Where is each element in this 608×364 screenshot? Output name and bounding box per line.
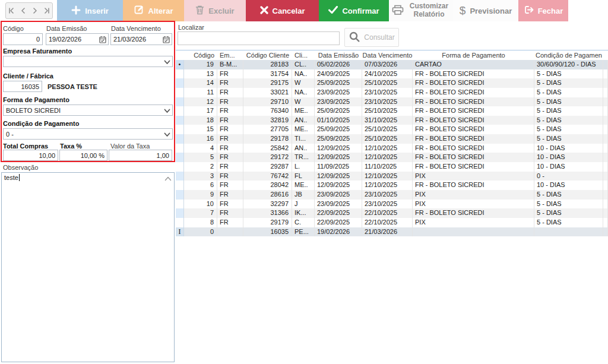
table-row[interactable]: 10FR32297J23/09/202523/10/2025PIX5 - DIA… xyxy=(176,200,608,209)
scroll-up-icon[interactable] xyxy=(164,175,172,182)
column-header-data-vencimento[interactable]: Data Vencimento xyxy=(362,52,413,59)
cliente-codigo-field[interactable]: 16035 xyxy=(3,81,42,92)
table-cell: 28183 xyxy=(243,60,292,69)
confirmar-button[interactable]: Confirmar xyxy=(319,0,389,21)
column-header-em[interactable]: Em... xyxy=(217,52,243,59)
calendar-icon[interactable] xyxy=(99,36,106,45)
alterar-button[interactable]: Alterar xyxy=(123,0,184,21)
table-cell: 12/10/2025 xyxy=(362,144,413,153)
table-cell: FR xyxy=(217,190,243,200)
codigo-field[interactable]: 0 xyxy=(3,33,43,45)
table-row[interactable]: 13FR31754NA..24/09/202524/10/2025FR - BO… xyxy=(176,69,608,79)
table-cell: FR - BOLETO SICREDI xyxy=(413,125,534,134)
forma-pagamento-select[interactable]: BOLETO SICREDI xyxy=(3,105,173,116)
taxa-field[interactable]: 10,00 % xyxy=(59,150,107,161)
table-cell: 22/09/2025 xyxy=(315,208,362,218)
table-row[interactable]: 3FR76742FL12/09/202512/10/2025PIX0 - xyxy=(176,172,608,181)
forma-pagamento-value: BOLETO SICREDI xyxy=(6,107,61,114)
table-cell: 8 xyxy=(184,218,217,227)
excluir-button[interactable]: Excluir xyxy=(184,0,246,21)
table-cell: 05/02/2026 xyxy=(315,60,362,69)
table-row[interactable]: 12FR29710W23/09/202523/10/2025FR - BOLET… xyxy=(176,97,608,107)
fechar-button[interactable]: Fechar xyxy=(518,0,568,21)
table-cell: FR xyxy=(217,134,243,144)
previsionar-label: Previsionar xyxy=(470,7,512,15)
consultar-button[interactable]: Consultar xyxy=(344,28,399,47)
table-cell xyxy=(603,125,608,134)
table-row[interactable]: 7FR31366IK...22/09/202522/10/2025FR - BO… xyxy=(176,208,608,218)
table-cell xyxy=(603,181,608,190)
table-row[interactable]: •19B-M...28183CL..05/02/202607/03/2026CA… xyxy=(176,60,608,69)
table-cell: PE... xyxy=(292,227,315,237)
calendar-icon[interactable] xyxy=(163,36,170,45)
table-row[interactable]: 18FR32819AN..01/10/202531/10/2025FR - BO… xyxy=(176,116,608,125)
row-marker xyxy=(176,106,184,116)
cancelar-label: Cancelar xyxy=(273,7,305,15)
observacao-textarea[interactable]: teste xyxy=(1,172,175,362)
table-cell: 3 xyxy=(184,172,217,181)
exit-icon xyxy=(524,5,534,16)
table-row[interactable]: 15FR27705ME..25/09/202525/10/2025FR - BO… xyxy=(176,125,608,134)
table-cell xyxy=(603,134,608,144)
condicao-pagamento-select[interactable]: 0 - xyxy=(3,128,173,140)
previsionar-button[interactable]: $ Previsionar xyxy=(453,0,518,21)
table-row[interactable]: 4FR25842AN..12/09/202512/10/2025FR - BOL… xyxy=(176,144,608,153)
table-row[interactable]: 16FR29178TI...25/09/202525/10/2025FR - B… xyxy=(176,134,608,144)
table-row[interactable]: 11FR33021NA..23/09/202523/10/2025FR - BO… xyxy=(176,88,608,97)
empresa-faturamento-select[interactable] xyxy=(3,56,173,67)
table-cell: 16035 xyxy=(243,227,292,237)
column-header-c-digo[interactable]: Código xyxy=(184,52,217,59)
next-record-icon[interactable] xyxy=(30,6,40,15)
table-cell: 5 - DIAS xyxy=(534,88,603,97)
table-cell xyxy=(217,227,243,237)
column-header-forma-de-pagamento[interactable]: Forma de Pagamento xyxy=(413,52,534,59)
app-window: Inserir Alterar Excluir Cancelar Confirm… xyxy=(0,0,608,364)
table-cell: TI... xyxy=(292,134,315,144)
table-row[interactable]: 6FR28042ME..12/09/202512/10/2025FR - BOL… xyxy=(176,181,608,190)
column-header-condi-o-de-pagamen[interactable]: Condição de Pagamen xyxy=(534,52,603,59)
table-cell: 25/10/2025 xyxy=(362,106,413,116)
total-compras-value: 10,00 xyxy=(39,152,55,159)
table-row[interactable]: 5FR29172TR...12/09/202512/10/2025FR - BO… xyxy=(176,153,608,162)
column-header-cli[interactable]: Cli... xyxy=(292,52,315,59)
table-row[interactable]: 17FR76340ME..25/09/202525/10/2025FR - BO… xyxy=(176,106,608,116)
table-cell: 17 xyxy=(184,106,217,116)
table-row[interactable]: 14FR29175W25/09/202525/10/2025FR - BOLET… xyxy=(176,78,608,88)
table-cell: 07/03/2026 xyxy=(362,60,413,69)
cliente-nome-field[interactable]: PESSOA TESTE xyxy=(45,81,173,92)
table-row[interactable]: 8FR29179C.22/09/202522/10/2025PIX5 - DIA… xyxy=(176,218,608,227)
table-cell: 0 xyxy=(184,227,217,237)
cancelar-button[interactable]: Cancelar xyxy=(246,0,319,21)
row-marker: • xyxy=(176,60,184,69)
table-cell: ME.. xyxy=(292,181,315,190)
table-cell: FR xyxy=(217,200,243,209)
valor-taxa-field[interactable]: 1,00 xyxy=(109,150,172,161)
chevron-down-icon xyxy=(164,59,170,66)
last-record-icon[interactable] xyxy=(42,6,51,15)
column-header-data-emiss-o[interactable]: Data Emissão xyxy=(315,52,362,59)
data-emissao-field[interactable]: 19/02/2026 xyxy=(46,33,109,45)
table-cell: 10 xyxy=(184,200,217,209)
customizar-relatorio-button[interactable]: Customizar Relatório xyxy=(389,0,453,21)
row-marker xyxy=(176,125,184,134)
table-row[interactable]: 2FR29287L.11/09/202511/10/2025FR - BOLET… xyxy=(176,162,608,172)
column-header-c-digo-cliente[interactable]: Código Cliente xyxy=(243,52,292,59)
table-cell: NA.. xyxy=(292,69,315,79)
table-cell: 10 - DIAS xyxy=(534,144,603,153)
first-record-icon[interactable] xyxy=(7,6,17,15)
table-cell: 27705 xyxy=(243,125,292,134)
data-vencimento-field[interactable]: 21/03/2026 xyxy=(110,33,172,45)
table-cell: FR xyxy=(217,88,243,97)
table-row[interactable]: 9FR28616JB23/09/202523/10/2025PIX5 - DIA… xyxy=(176,190,608,200)
table-cell: PIX xyxy=(413,200,534,209)
localizar-input[interactable] xyxy=(178,31,340,45)
table-cell xyxy=(603,106,608,116)
previous-record-icon[interactable] xyxy=(18,6,28,15)
total-compras-field[interactable]: 10,00 xyxy=(3,150,58,161)
row-marker xyxy=(176,208,184,218)
table-row[interactable]: I016035PE...19/02/202621/03/2026 xyxy=(176,227,608,237)
table-cell: 16 xyxy=(184,134,217,144)
inserir-button[interactable]: Inserir xyxy=(57,0,123,21)
table-cell xyxy=(603,227,608,237)
table-cell: 25/09/2025 xyxy=(315,106,362,116)
